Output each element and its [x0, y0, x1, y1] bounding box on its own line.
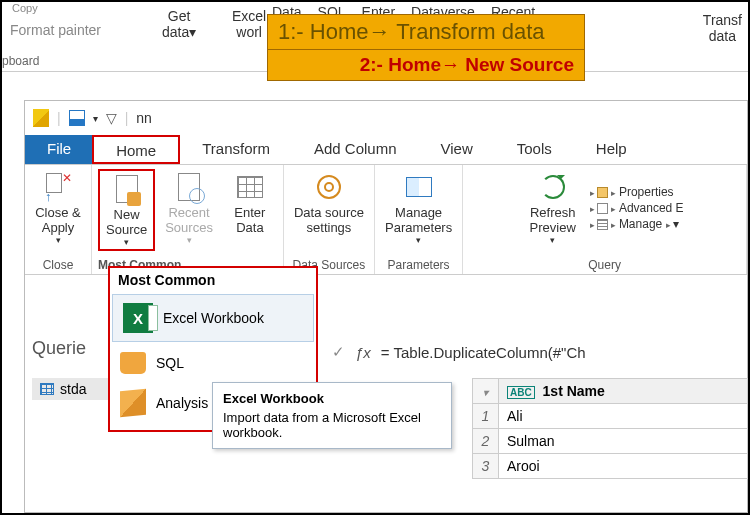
dropdown-item-label: SQL	[156, 355, 184, 371]
excel-icon: X	[123, 303, 153, 333]
properties-icon	[597, 187, 608, 198]
arrow-right-icon: →	[368, 19, 390, 45]
advanced-editor-icon	[597, 203, 608, 214]
table-row[interactable]: 1Ali	[473, 404, 748, 429]
query-small-buttons: Properties Advanced E Manage ▾	[586, 185, 684, 231]
properties-button[interactable]: Properties	[590, 185, 684, 199]
dropdown-header: Most Common	[110, 268, 316, 292]
group-data-sources: Data source settings Data Sources	[284, 165, 375, 274]
recent-sources-icon	[173, 171, 205, 203]
data-preview-grid: ▾ ABC 1st Name 1Ali 2Sulman 3Arooi	[472, 378, 748, 479]
tooltip-title: Excel Workbook	[223, 391, 441, 406]
column-header-1st-name[interactable]: ABC 1st Name	[499, 379, 748, 404]
group-close: ↑ Close & Apply▾ Close	[25, 165, 92, 274]
enter-data-icon	[234, 171, 266, 203]
manage-icon	[597, 219, 608, 230]
group-parameters: Manage Parameters▾ Parameters	[375, 165, 463, 274]
table-icon	[40, 383, 54, 395]
recent-sources-button[interactable]: Recent Sources▾	[161, 169, 217, 247]
tab-file[interactable]: File	[25, 135, 93, 164]
title-bar: | ▾ ▽ | nn	[25, 101, 747, 135]
queries-pane-label: Querie	[32, 338, 86, 359]
tab-transform[interactable]: Transform	[180, 135, 292, 164]
tooltip-excel-workbook: Excel Workbook Import data from a Micros…	[212, 382, 452, 449]
get-data-button[interactable]: Get data▾	[162, 8, 196, 40]
row-header-corner[interactable]: ▾	[473, 379, 499, 404]
instruction-callout: 1:- Home→ Transform data 2:- Home→ New S…	[267, 14, 585, 81]
cube-icon	[120, 389, 146, 418]
column-type-icon[interactable]: ABC	[507, 386, 535, 399]
ribbon: ↑ Close & Apply▾ Close New Source▾ Recen…	[25, 165, 747, 275]
format-painter-button[interactable]: Format painter	[10, 22, 101, 38]
tab-tools[interactable]: Tools	[495, 135, 574, 164]
dropdown-excel-workbook[interactable]: X Excel Workbook	[112, 294, 314, 342]
gear-icon	[313, 171, 345, 203]
callout-step-1: 1:- Home→ Transform data	[268, 15, 584, 49]
clipboard-group-caption: pboard	[2, 54, 39, 68]
parameters-icon	[403, 171, 435, 203]
ribbon-tabs: File Home Transform Add Column View Tool…	[25, 135, 747, 165]
group-new-query: New Source▾ Recent Sources▾ Enter Data M…	[92, 165, 284, 274]
formula-text[interactable]: = Table.DuplicateColumn(#"Ch	[381, 344, 586, 361]
enter-data-button[interactable]: Enter Data	[223, 169, 277, 237]
fx-icon[interactable]: ƒx	[355, 344, 371, 361]
query-list-item[interactable]: stda	[32, 378, 118, 400]
tab-home[interactable]: Home	[92, 135, 180, 164]
manage-parameters-button[interactable]: Manage Parameters▾	[381, 169, 456, 247]
arrow-right-icon: →	[441, 54, 460, 76]
formula-confirm-icon[interactable]: ✓	[332, 343, 345, 361]
powerbi-icon	[33, 109, 49, 127]
qat-dropdown-icon[interactable]: ▾	[93, 113, 98, 124]
refresh-icon	[537, 171, 569, 203]
document-title: nn	[136, 110, 152, 126]
copy-label: Copy	[12, 2, 38, 14]
data-source-settings-button[interactable]: Data source settings	[290, 169, 368, 237]
tab-add-column[interactable]: Add Column	[292, 135, 419, 164]
close-apply-icon: ↑	[42, 171, 74, 203]
query-item-label: stda	[60, 381, 86, 397]
callout-step-2: 2:- Home→ New Source	[268, 49, 584, 80]
new-source-button[interactable]: New Source▾	[98, 169, 155, 251]
sql-icon	[120, 352, 146, 374]
formula-bar: ✓ ƒx = Table.DuplicateColumn(#"Ch	[332, 338, 748, 366]
column-name-label: 1st Name	[543, 383, 605, 399]
transform-data-button-cut[interactable]: Transf data	[703, 12, 742, 44]
excel-workbook-button-cut[interactable]: Excel worl	[232, 8, 266, 40]
dropdown-item-label: Excel Workbook	[163, 310, 264, 326]
group-query-caption: Query	[588, 256, 621, 272]
tab-view[interactable]: View	[419, 135, 495, 164]
group-parameters-caption: Parameters	[388, 256, 450, 272]
save-icon[interactable]	[69, 110, 85, 126]
close-apply-button[interactable]: ↑ Close & Apply▾	[31, 169, 85, 247]
refresh-preview-button[interactable]: Refresh Preview▾	[526, 169, 580, 247]
manage-button[interactable]: Manage ▾	[590, 217, 684, 231]
dropdown-sql-server[interactable]: SQL	[110, 344, 316, 382]
advanced-editor-button[interactable]: Advanced E	[590, 201, 684, 215]
group-close-caption: Close	[43, 256, 74, 272]
tab-help[interactable]: Help	[574, 135, 649, 164]
group-query: Refresh Preview▾ Properties Advanced E M…	[463, 165, 747, 274]
new-source-icon	[111, 173, 143, 205]
table-row[interactable]: 2Sulman	[473, 429, 748, 454]
tooltip-body: Import data from a Microsoft Excel workb…	[223, 410, 441, 440]
table-row[interactable]: 3Arooi	[473, 454, 748, 479]
